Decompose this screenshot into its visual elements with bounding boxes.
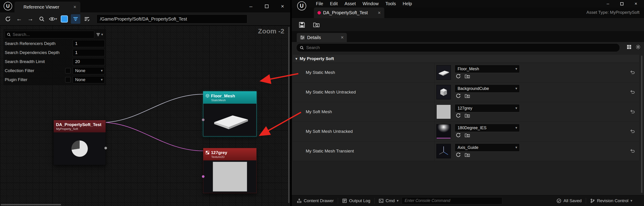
reset-to-default-button[interactable] [630, 129, 635, 134]
column-splitter[interactable] [434, 82, 434, 102]
menu-tools[interactable]: Tools [382, 0, 400, 8]
graph-searchbox[interactable] [5, 31, 94, 38]
duplicate-view-button[interactable] [60, 14, 69, 24]
menu-edit[interactable]: Edit [326, 0, 341, 8]
menu-window[interactable]: Window [359, 0, 382, 8]
asset-thumbnail[interactable] [436, 65, 451, 80]
history-back-button[interactable]: ← [14, 14, 24, 24]
console-command-input[interactable] [402, 197, 502, 204]
asset-tab[interactable]: DA_PropertySoft_Test × [314, 8, 384, 18]
browse-to-asset-button[interactable] [464, 93, 470, 99]
graph-node-texture[interactable]: 127grey Texture2D [203, 148, 256, 193]
window-controls: – × [246, 0, 287, 13]
menu-asset[interactable]: Asset [341, 0, 359, 8]
asset-picker-dropdown[interactable]: BackgroundCube ▾ [455, 85, 520, 93]
texture-icon [206, 151, 210, 154]
minimize-button[interactable]: – [246, 2, 256, 11]
chevron-down-icon: ▾ [101, 33, 103, 36]
asset-tools [456, 113, 470, 118]
reference-viewer-tab[interactable]: Reference Viewer × [14, 2, 80, 13]
cmd-selector[interactable]: Cmd ▾ [379, 198, 398, 203]
gear-icon[interactable] [636, 44, 641, 50]
display-filter-grid-icon[interactable] [626, 44, 632, 50]
sort-settings-button[interactable] [82, 14, 92, 24]
graph-node-static-mesh[interactable]: Floor_Mesh StaticMesh [203, 91, 256, 136]
use-selected-asset-button[interactable] [456, 152, 461, 158]
asset-picker-dropdown[interactable]: Axis_Guide ▾ [455, 143, 520, 152]
details-tab[interactable]: Details × [297, 33, 347, 42]
output-log-button[interactable]: Output Log [342, 198, 370, 203]
menu-help[interactable]: Help [400, 0, 416, 8]
tab-close-icon[interactable]: × [73, 5, 76, 10]
dependencies-depth-input[interactable] [73, 49, 105, 56]
save-status-button[interactable]: All Saved [556, 198, 582, 203]
graph-node-source[interactable]: DA_PropertySoft_Test MyProperty_Soft [54, 120, 106, 165]
filter-lines-icon [96, 32, 100, 37]
close-button[interactable]: × [278, 2, 287, 11]
plugin-filter-dropdown[interactable]: None ▾ [73, 76, 105, 83]
input-pin[interactable] [202, 118, 205, 121]
reference-graph-canvas[interactable]: Zoom -2 ▾ Sea [0, 26, 290, 206]
property-row-my-static-mesh: My Static Mesh Floor_Mesh ▾ [293, 63, 639, 82]
close-button[interactable]: × [632, 1, 640, 7]
asset-picker-dropdown[interactable]: Floor_Mesh ▾ [455, 65, 520, 73]
asset-thumbnail[interactable] [436, 144, 451, 158]
minimize-button[interactable]: – [604, 1, 612, 7]
collection-filter-checkbox[interactable] [65, 68, 71, 73]
collection-filter-dropdown[interactable]: None ▾ [73, 67, 105, 74]
browse-to-asset-button[interactable] [464, 152, 470, 158]
details-searchbox[interactable] [296, 43, 620, 52]
referencers-depth-input[interactable] [73, 40, 105, 47]
tab-close-icon[interactable]: × [341, 35, 344, 40]
asset-path-field[interactable]: /Game/Property/Soft/DA_PropertySoft_Test [96, 15, 247, 24]
asset-thumbnail[interactable] [436, 85, 451, 99]
browse-to-asset-button[interactable] [312, 20, 321, 30]
graph-vertical-scrollbar[interactable] [288, 27, 290, 203]
asset-picker-dropdown[interactable]: 127grey ▾ [455, 104, 520, 112]
asset-picker-dropdown[interactable]: 180Degree_IES ▾ [455, 124, 520, 132]
output-log-label: Output Log [349, 198, 370, 203]
column-splitter[interactable] [434, 122, 434, 141]
browse-to-asset-button[interactable] [464, 113, 470, 118]
menu-file[interactable]: File [312, 0, 326, 8]
menu-bar: U File Edit Asset Window Tools Help – × [292, 0, 644, 8]
graph-horizontal-scrollbar[interactable] [1, 204, 61, 205]
asset-thumbnail[interactable] [436, 124, 451, 139]
use-selected-asset-button[interactable] [456, 133, 461, 138]
maximize-button[interactable] [262, 2, 271, 11]
find-path-button[interactable] [37, 14, 46, 24]
column-splitter[interactable] [434, 63, 434, 82]
plugin-filter-checkbox[interactable] [65, 77, 71, 82]
input-pin[interactable] [202, 175, 205, 178]
output-pin[interactable] [104, 147, 107, 149]
graph-filter-button[interactable]: ▾ [94, 31, 105, 38]
save-button[interactable] [297, 20, 307, 30]
reset-to-default-button[interactable] [630, 70, 635, 75]
reset-to-default-button[interactable] [630, 109, 635, 115]
browse-to-asset-button[interactable] [464, 74, 470, 79]
use-selected-asset-button[interactable] [456, 74, 461, 79]
history-forward-button[interactable]: → [26, 14, 35, 24]
breadth-limit-input[interactable] [73, 58, 105, 65]
category-header-my-property-soft[interactable]: ▾ My Property Soft [293, 55, 639, 63]
reset-to-default-button[interactable] [630, 89, 635, 95]
details-search-input[interactable] [306, 45, 616, 50]
details-scrollbar[interactable] [641, 56, 642, 193]
content-drawer-button[interactable]: Content Drawer [297, 198, 334, 203]
browse-to-asset-button[interactable] [464, 133, 470, 138]
filters-button[interactable] [71, 14, 80, 24]
node-title: Floor_Mesh [211, 94, 235, 98]
graph-search-input[interactable] [13, 32, 92, 37]
use-selected-asset-button[interactable] [456, 113, 461, 118]
revision-control-button[interactable]: Revision Control ▾ [590, 198, 632, 203]
column-splitter[interactable] [434, 141, 434, 161]
maximize-button[interactable] [618, 1, 626, 7]
visibility-options-button[interactable]: ▾ [48, 14, 58, 24]
reset-to-default-button[interactable] [630, 148, 635, 154]
refresh-button[interactable] [3, 14, 13, 24]
tab-close-icon[interactable]: × [378, 11, 381, 15]
asset-thumbnail[interactable] [436, 105, 451, 119]
use-selected-asset-button[interactable] [456, 93, 461, 99]
window-controls: – × [604, 0, 640, 8]
column-splitter[interactable] [434, 102, 434, 121]
